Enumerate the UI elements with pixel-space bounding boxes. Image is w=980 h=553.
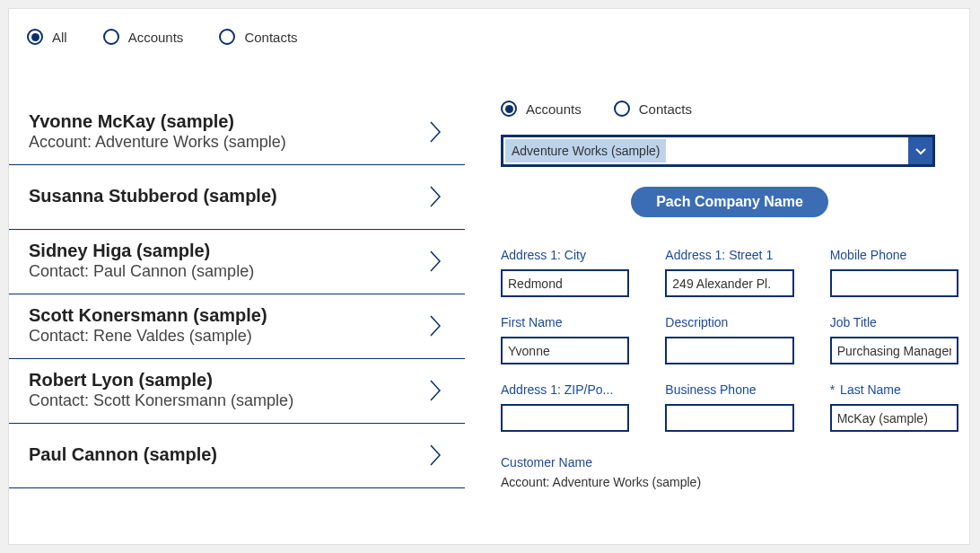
list-item[interactable]: Paul Cannon (sample)	[9, 424, 465, 488]
list-item[interactable]: Robert Lyon (sample)Contact: Scott Koner…	[9, 359, 465, 424]
chevron-down-icon	[908, 137, 932, 164]
radio-label: All	[52, 30, 67, 45]
list-item-title: Yvonne McKay (sample)	[29, 111, 425, 132]
field-label: Mobile Phone	[830, 248, 958, 262]
list-item-subtitle: Account: Adventure Works (sample)	[29, 133, 425, 152]
patch-company-button[interactable]: Pach Company Name	[631, 187, 828, 217]
chevron-right-icon	[425, 381, 445, 400]
field-label: Address 1: Street 1	[665, 248, 793, 262]
field-label: *Last Name	[830, 382, 958, 397]
field-label: First Name	[501, 315, 629, 329]
dropdown-value: Adventure Works (sample)	[505, 139, 666, 162]
radio-icon	[27, 29, 43, 45]
list-item[interactable]: Sidney Higa (sample)Contact: Paul Cannon…	[9, 230, 465, 294]
field-label: Address 1: City	[501, 248, 629, 262]
radio-label: Contacts	[244, 30, 297, 45]
radio-label: Contacts	[639, 101, 692, 117]
detail-accounts-radio[interactable]: Accounts	[501, 101, 582, 117]
customer-name-value: Account: Adventure Works (sample)	[501, 475, 958, 489]
form-field: Job Title	[830, 315, 958, 364]
detail-panel: Accounts Contacts Adventure Works (sampl…	[465, 65, 969, 544]
form-field: Address 1: Street 1	[665, 248, 793, 297]
field-input[interactable]	[501, 337, 629, 364]
filter-contacts-radio[interactable]: Contacts	[219, 29, 297, 45]
field-input[interactable]	[830, 269, 958, 297]
form-field: Description	[665, 315, 793, 364]
list-item[interactable]: Susanna Stubberod (sample)	[9, 165, 465, 230]
list-item-title: Paul Cannon (sample)	[29, 444, 425, 465]
chevron-right-icon	[425, 316, 445, 336]
list-item-title: Robert Lyon (sample)	[29, 370, 425, 391]
list-item-subtitle: Contact: Paul Cannon (sample)	[29, 262, 425, 281]
detail-filter-group: Accounts Contacts	[501, 101, 958, 117]
field-input[interactable]	[501, 404, 629, 432]
field-input[interactable]	[665, 269, 793, 297]
field-input[interactable]	[830, 337, 958, 364]
radio-label: Accounts	[526, 101, 582, 117]
list-item-subtitle: Contact: Rene Valdes (sample)	[29, 327, 425, 346]
form-field: First Name	[501, 315, 629, 364]
chevron-right-icon	[425, 122, 445, 142]
filter-all-radio[interactable]: All	[27, 29, 67, 45]
radio-icon	[103, 29, 119, 45]
list-item-title: Susanna Stubberod (sample)	[29, 186, 425, 206]
field-label: Description	[665, 315, 793, 329]
chevron-right-icon	[425, 251, 445, 271]
field-input[interactable]	[501, 269, 629, 297]
list-item[interactable]: Yvonne McKay (sample)Account: Adventure …	[9, 101, 465, 165]
chevron-right-icon	[425, 445, 445, 465]
account-dropdown[interactable]: Adventure Works (sample)	[501, 135, 935, 167]
customer-name-section: Customer Name Account: Adventure Works (…	[501, 455, 958, 489]
field-input[interactable]	[665, 337, 793, 364]
form-grid: Address 1: CityAddress 1: Street 1Mobile…	[501, 248, 958, 432]
field-label: Job Title	[830, 315, 958, 329]
list-item-subtitle: Contact: Scott Konersmann (sample)	[29, 391, 425, 410]
top-filter-group: All Accounts Contacts	[9, 9, 969, 65]
radio-icon	[219, 29, 235, 45]
contact-list[interactable]: Yvonne McKay (sample)Account: Adventure …	[9, 65, 465, 544]
filter-accounts-radio[interactable]: Accounts	[103, 29, 184, 45]
form-field: Address 1: ZIP/Po...	[501, 382, 629, 432]
radio-icon	[614, 101, 630, 117]
chevron-right-icon	[425, 187, 445, 206]
list-item[interactable]: Scott Konersmann (sample)Contact: Rene V…	[9, 294, 465, 359]
field-label: Business Phone	[665, 382, 793, 397]
list-item-title: Sidney Higa (sample)	[29, 241, 425, 261]
field-input[interactable]	[665, 404, 793, 432]
radio-label: Accounts	[128, 30, 184, 45]
form-field: Mobile Phone	[830, 248, 958, 297]
field-label: Address 1: ZIP/Po...	[501, 382, 629, 397]
form-field: *Last Name	[830, 382, 958, 432]
form-field: Business Phone	[665, 382, 793, 432]
radio-icon	[501, 101, 517, 117]
customer-name-label: Customer Name	[501, 455, 958, 470]
list-item-title: Scott Konersmann (sample)	[29, 305, 425, 326]
field-input[interactable]	[830, 404, 958, 432]
detail-contacts-radio[interactable]: Contacts	[614, 101, 692, 117]
form-field: Address 1: City	[501, 248, 629, 297]
